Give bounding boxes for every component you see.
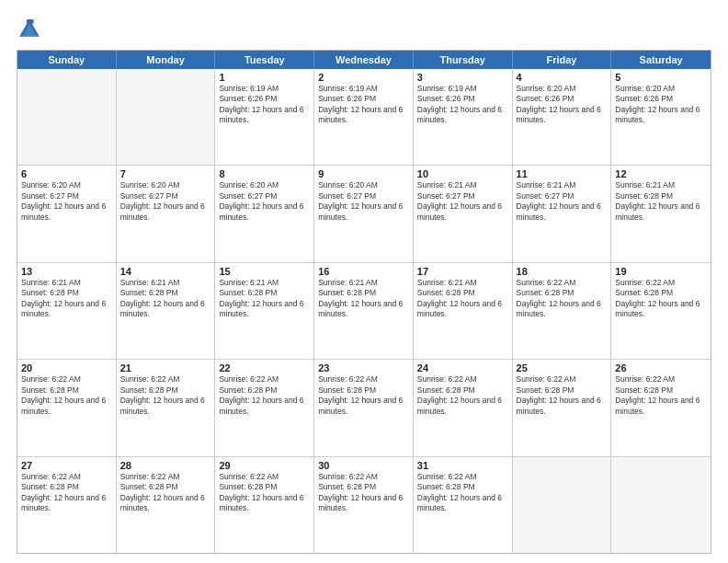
cell-info: Sunrise: 6:20 AMSunset: 6:27 PMDaylight:…: [318, 180, 409, 223]
day-number: 8: [219, 168, 310, 179]
cell-info: Sunrise: 6:21 AMSunset: 6:27 PMDaylight:…: [417, 180, 508, 223]
calendar: SundayMondayTuesdayWednesdayThursdayFrid…: [17, 50, 711, 554]
logo: [17, 17, 46, 42]
calendar-header: SundayMondayTuesdayWednesdayThursdayFrid…: [17, 51, 711, 69]
day-number: 6: [21, 168, 112, 179]
cell-info: Sunrise: 6:19 AMSunset: 6:26 PMDaylight:…: [219, 84, 310, 126]
cell-info: Sunrise: 6:22 AMSunset: 6:28 PMDaylight:…: [615, 374, 707, 417]
cell-info: Sunrise: 6:20 AMSunset: 6:27 PMDaylight:…: [120, 180, 211, 223]
calendar-row-1: 1Sunrise: 6:19 AMSunset: 6:26 PMDaylight…: [17, 69, 711, 165]
calendar-cell: 19Sunrise: 6:22 AMSunset: 6:28 PMDayligh…: [611, 263, 711, 359]
calendar-cell: 9Sunrise: 6:20 AMSunset: 6:27 PMDaylight…: [314, 166, 414, 261]
day-number: 5: [615, 72, 707, 83]
calendar-row-4: 20Sunrise: 6:22 AMSunset: 6:28 PMDayligh…: [17, 359, 711, 455]
logo-icon: [17, 17, 42, 42]
calendar-cell: 31Sunrise: 6:22 AMSunset: 6:28 PMDayligh…: [414, 457, 513, 553]
day-number: 12: [615, 168, 707, 179]
cell-info: Sunrise: 6:21 AMSunset: 6:28 PMDaylight:…: [21, 278, 112, 320]
calendar-cell: 26Sunrise: 6:22 AMSunset: 6:28 PMDayligh…: [611, 360, 711, 455]
cell-info: Sunrise: 6:22 AMSunset: 6:28 PMDaylight:…: [21, 472, 112, 514]
day-number: 11: [517, 168, 608, 179]
day-number: 21: [120, 362, 211, 373]
day-number: 13: [21, 266, 112, 277]
calendar-cell: 15Sunrise: 6:21 AMSunset: 6:28 PMDayligh…: [215, 263, 314, 359]
calendar-cell: 5Sunrise: 6:20 AMSunset: 6:26 PMDaylight…: [611, 69, 711, 165]
calendar-cell: 20Sunrise: 6:22 AMSunset: 6:28 PMDayligh…: [17, 360, 117, 455]
cell-info: Sunrise: 6:22 AMSunset: 6:28 PMDaylight:…: [318, 472, 409, 514]
day-number: 20: [21, 362, 112, 373]
calendar-cell: 24Sunrise: 6:22 AMSunset: 6:28 PMDayligh…: [414, 360, 513, 455]
calendar-cell: 3Sunrise: 6:19 AMSunset: 6:26 PMDaylight…: [414, 69, 513, 165]
day-number: 31: [417, 460, 508, 471]
calendar-row-5: 27Sunrise: 6:22 AMSunset: 6:28 PMDayligh…: [17, 456, 711, 553]
calendar-cell: 21Sunrise: 6:22 AMSunset: 6:28 PMDayligh…: [117, 360, 216, 455]
day-number: 1: [219, 72, 310, 83]
calendar-cell: 22Sunrise: 6:22 AMSunset: 6:28 PMDayligh…: [215, 360, 314, 455]
calendar-cell: 30Sunrise: 6:22 AMSunset: 6:28 PMDayligh…: [314, 457, 414, 553]
cell-info: Sunrise: 6:21 AMSunset: 6:28 PMDaylight:…: [318, 278, 409, 320]
calendar-body: 1Sunrise: 6:19 AMSunset: 6:26 PMDaylight…: [17, 69, 711, 553]
day-number: 7: [120, 168, 211, 179]
day-number: 26: [615, 362, 707, 373]
cell-info: Sunrise: 6:19 AMSunset: 6:26 PMDaylight:…: [417, 84, 508, 126]
cell-info: Sunrise: 6:22 AMSunset: 6:28 PMDaylight:…: [417, 374, 508, 417]
cell-info: Sunrise: 6:19 AMSunset: 6:26 PMDaylight:…: [318, 84, 409, 126]
calendar-cell: 23Sunrise: 6:22 AMSunset: 6:28 PMDayligh…: [314, 360, 414, 455]
cell-info: Sunrise: 6:20 AMSunset: 6:27 PMDaylight:…: [21, 180, 112, 223]
day-number: 23: [318, 362, 409, 373]
calendar-cell: [117, 69, 216, 165]
weekday-header-saturday: Saturday: [611, 51, 711, 69]
calendar-cell: 17Sunrise: 6:21 AMSunset: 6:28 PMDayligh…: [414, 263, 513, 359]
day-number: 4: [517, 72, 608, 83]
calendar-cell: 1Sunrise: 6:19 AMSunset: 6:26 PMDaylight…: [215, 69, 314, 165]
day-number: 25: [517, 362, 608, 373]
day-number: 22: [219, 362, 310, 373]
calendar-cell: 11Sunrise: 6:21 AMSunset: 6:27 PMDayligh…: [513, 166, 612, 261]
cell-info: Sunrise: 6:22 AMSunset: 6:28 PMDaylight:…: [21, 374, 112, 417]
day-number: 10: [417, 168, 508, 179]
day-number: 15: [219, 266, 310, 277]
cell-info: Sunrise: 6:21 AMSunset: 6:28 PMDaylight:…: [219, 278, 310, 320]
day-number: 18: [517, 266, 608, 277]
calendar-cell: 13Sunrise: 6:21 AMSunset: 6:28 PMDayligh…: [17, 263, 117, 359]
page: SundayMondayTuesdayWednesdayThursdayFrid…: [0, 0, 728, 563]
calendar-cell: 14Sunrise: 6:21 AMSunset: 6:28 PMDayligh…: [117, 263, 216, 359]
calendar-row-3: 13Sunrise: 6:21 AMSunset: 6:28 PMDayligh…: [17, 262, 711, 359]
calendar-cell: 16Sunrise: 6:21 AMSunset: 6:28 PMDayligh…: [314, 263, 414, 359]
weekday-header-thursday: Thursday: [414, 51, 513, 69]
calendar-cell: 12Sunrise: 6:21 AMSunset: 6:28 PMDayligh…: [611, 166, 711, 261]
cell-info: Sunrise: 6:21 AMSunset: 6:28 PMDaylight:…: [120, 278, 211, 320]
calendar-cell: [17, 69, 117, 165]
day-number: 19: [615, 266, 707, 277]
cell-info: Sunrise: 6:20 AMSunset: 6:26 PMDaylight:…: [615, 84, 707, 126]
calendar-cell: 7Sunrise: 6:20 AMSunset: 6:27 PMDaylight…: [117, 166, 216, 261]
calendar-cell: 10Sunrise: 6:21 AMSunset: 6:27 PMDayligh…: [414, 166, 513, 261]
cell-info: Sunrise: 6:22 AMSunset: 6:28 PMDaylight:…: [318, 374, 409, 417]
day-number: 28: [120, 460, 211, 471]
day-number: 29: [219, 460, 310, 471]
header: [17, 17, 711, 42]
cell-info: Sunrise: 6:21 AMSunset: 6:28 PMDaylight:…: [417, 278, 508, 320]
calendar-cell: 2Sunrise: 6:19 AMSunset: 6:26 PMDaylight…: [314, 69, 414, 165]
calendar-cell: 25Sunrise: 6:22 AMSunset: 6:28 PMDayligh…: [513, 360, 612, 455]
calendar-row-2: 6Sunrise: 6:20 AMSunset: 6:27 PMDaylight…: [17, 165, 711, 261]
calendar-cell: [611, 457, 711, 553]
day-number: 9: [318, 168, 409, 179]
cell-info: Sunrise: 6:22 AMSunset: 6:28 PMDaylight:…: [219, 374, 310, 417]
calendar-cell: 6Sunrise: 6:20 AMSunset: 6:27 PMDaylight…: [17, 166, 117, 261]
cell-info: Sunrise: 6:20 AMSunset: 6:27 PMDaylight:…: [219, 180, 310, 223]
day-number: 16: [318, 266, 409, 277]
day-number: 14: [120, 266, 211, 277]
day-number: 2: [318, 72, 409, 83]
day-number: 3: [417, 72, 508, 83]
day-number: 27: [21, 460, 112, 471]
cell-info: Sunrise: 6:22 AMSunset: 6:28 PMDaylight:…: [120, 374, 211, 417]
weekday-header-monday: Monday: [117, 51, 216, 69]
calendar-cell: 29Sunrise: 6:22 AMSunset: 6:28 PMDayligh…: [215, 457, 314, 553]
calendar-cell: 18Sunrise: 6:22 AMSunset: 6:28 PMDayligh…: [513, 263, 612, 359]
calendar-cell: 28Sunrise: 6:22 AMSunset: 6:28 PMDayligh…: [117, 457, 216, 553]
weekday-header-friday: Friday: [513, 51, 612, 69]
day-number: 17: [417, 266, 508, 277]
day-number: 24: [417, 362, 508, 373]
svg-rect-2: [27, 19, 34, 24]
